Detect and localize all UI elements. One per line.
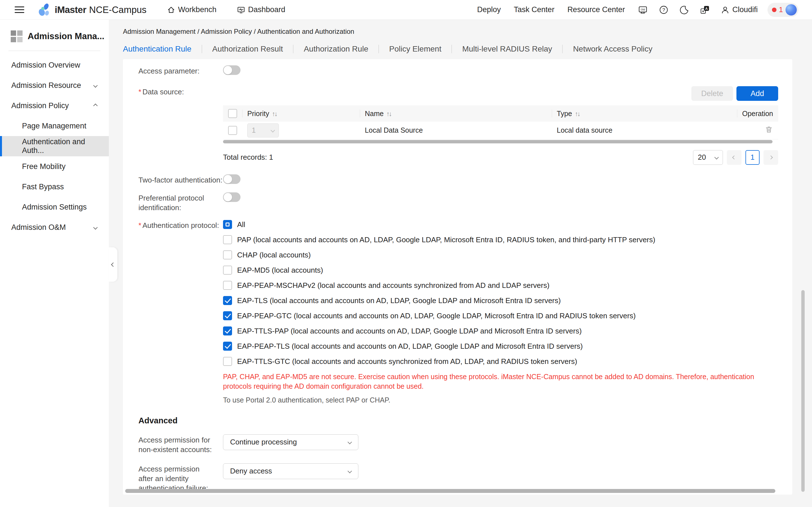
tab-multi-level-radius-relay[interactable]: Multi-level RADIUS Relay xyxy=(452,45,562,54)
notification-pill[interactable]: 1 xyxy=(767,3,799,17)
nav-workbench[interactable]: Workbench xyxy=(167,5,216,14)
protocol-option-eap-peap-gtc[interactable]: EAP-PEAP-GTC (local accounts and account… xyxy=(223,311,778,321)
required-asterisk: * xyxy=(139,88,141,96)
protocol-option-pap[interactable]: PAP (local accounts and accounts on AD, … xyxy=(223,235,778,244)
alarm-count: 1 xyxy=(779,5,783,14)
old-version-icon[interactable]: Old xyxy=(638,5,648,15)
total-records: Total records: 1 xyxy=(223,153,273,162)
tab-authentication-rule[interactable]: Authentication Rule xyxy=(123,45,202,54)
sidebar-item-admission-overview[interactable]: Admission Overview xyxy=(0,55,109,75)
protocol-label: EAP-PEAP-TLS (local accounts and account… xyxy=(237,341,583,351)
sidebar-item-fast-bypass[interactable]: Fast Bypass xyxy=(0,177,109,197)
user-menu[interactable]: Cloudifi xyxy=(721,5,758,14)
nonexistent-accounts-label: Access permission for non-existent accou… xyxy=(139,434,214,454)
checkbox-unchecked-icon[interactable] xyxy=(223,266,232,275)
checkbox-unchecked-icon[interactable] xyxy=(223,281,232,290)
sidebar-collapse-handle[interactable] xyxy=(109,247,117,282)
sort-icon[interactable]: ↑↓ xyxy=(272,110,277,117)
select-all-checkbox[interactable] xyxy=(228,109,237,118)
checkbox-checked-icon[interactable] xyxy=(223,342,232,351)
menu-icon[interactable] xyxy=(15,6,24,13)
protocol-option-eap-ttls-gtc[interactable]: EAP-TTLS-GTC (local accounts and account… xyxy=(223,356,778,366)
avatar[interactable] xyxy=(785,4,797,15)
sidebar-item-admission-settings[interactable]: Admission Settings xyxy=(0,197,109,217)
link-resource-center[interactable]: Resource Center xyxy=(567,5,625,14)
sidebar-nav: Admission OverviewAdmission ResourceAdmi… xyxy=(0,55,109,237)
advanced-row-nonexistent: Access permission for non-existent accou… xyxy=(139,434,778,454)
tab-authorization-result[interactable]: Authorization Result xyxy=(202,45,293,54)
app-switcher-icon[interactable] xyxy=(11,31,22,42)
protocol-label: EAP-PEAP-MSCHAPv2 (local accounts and ac… xyxy=(237,281,550,290)
access-parameter-row: Access parameter: xyxy=(139,65,778,76)
cell-name: Local Data Source xyxy=(360,122,552,139)
topbar-left: iMaster NCE-Campus Workbench Dashboard xyxy=(15,3,285,17)
sort-icon[interactable]: ↑↓ xyxy=(387,110,391,117)
protocol-option-all[interactable]: All xyxy=(223,220,778,229)
protocol-option-chap[interactable]: CHAP (local accounts) xyxy=(223,250,778,260)
checkbox-checked-icon[interactable] xyxy=(223,296,232,305)
link-task-center[interactable]: Task Center xyxy=(514,5,554,14)
auth-failure-label: Access permission after an identity auth… xyxy=(139,463,214,493)
page-size-select[interactable]: 20 xyxy=(693,150,723,165)
tab-authorization-rule[interactable]: Authorization Rule xyxy=(294,45,378,54)
old-version-icon-text: Old xyxy=(641,8,645,11)
page-vertical-scrollbar[interactable] xyxy=(801,290,805,492)
sidebar-item-admission-o-m[interactable]: Admission O&M xyxy=(0,217,109,237)
access-parameter-toggle[interactable] xyxy=(223,65,241,75)
checkbox-unchecked-icon[interactable] xyxy=(223,235,232,244)
protocol-option-eap-tls[interactable]: EAP-TLS (local accounts and accounts on … xyxy=(223,296,778,305)
checkbox-checked-icon[interactable] xyxy=(223,311,232,320)
sort-icon[interactable]: ↑↓ xyxy=(575,110,580,117)
protocol-label: EAP-TTLS-PAP (local accounts and account… xyxy=(237,326,581,336)
column-header-priority[interactable]: Priority↑↓ xyxy=(242,105,360,122)
tab-network-access-policy[interactable]: Network Access Policy xyxy=(563,45,663,54)
protocol-option-eap-peap-mschapv2[interactable]: EAP-PEAP-MSCHAPv2 (local accounts and ac… xyxy=(223,281,778,290)
advanced-heading: Advanced xyxy=(139,416,778,425)
help-icon[interactable]: ? xyxy=(659,5,669,15)
checkbox-unchecked-icon[interactable] xyxy=(223,357,232,366)
current-page-button[interactable]: 1 xyxy=(746,150,760,165)
data-source-actions: Delete Add xyxy=(223,86,778,101)
sidebar-item-free-mobility[interactable]: Free Mobility xyxy=(0,156,109,177)
checkbox-unchecked-icon[interactable] xyxy=(223,250,232,260)
tab-policy-element[interactable]: Policy Element xyxy=(379,45,451,54)
row-checkbox[interactable] xyxy=(228,126,237,135)
column-header-name[interactable]: Name↑↓ xyxy=(360,105,552,122)
delete-button[interactable]: Delete xyxy=(691,86,733,101)
topbar: iMaster NCE-Campus Workbench Dashboard D… xyxy=(0,0,812,20)
brand-product: NCE-Campus xyxy=(89,4,147,15)
prev-page-button[interactable] xyxy=(727,150,742,165)
nav-dashboard[interactable]: Dashboard xyxy=(237,5,285,14)
card-horizontal-scrollbar[interactable] xyxy=(125,489,775,493)
sidebar-item-admission-policy[interactable]: Admission Policy xyxy=(0,96,109,116)
tab-bar: Authentication RuleAuthorization ResultA… xyxy=(109,36,812,53)
delete-row-icon[interactable] xyxy=(765,125,773,134)
table-horizontal-scrollbar[interactable] xyxy=(223,140,778,144)
language-icon[interactable]: A xyxy=(700,5,710,15)
auth-protocol-row: *Authentication protocol: AllPAP (local … xyxy=(139,220,778,404)
checkbox-indeterminate-icon[interactable] xyxy=(223,220,232,229)
dark-mode-icon[interactable] xyxy=(679,5,689,15)
priority-select[interactable]: 1 xyxy=(247,123,279,137)
column-header-type[interactable]: Type↑↓ xyxy=(552,105,737,122)
link-deploy[interactable]: Deploy xyxy=(477,5,501,14)
auth-failure-select[interactable]: Deny access xyxy=(223,463,358,479)
table-header-row: Priority↑↓ Name↑↓ Type↑↓ Operation xyxy=(223,105,778,122)
sidebar-header: Admission Mana... xyxy=(0,20,109,51)
two-factor-toggle[interactable] xyxy=(223,174,241,184)
sidebar-item-authentication-and-auth[interactable]: Authentication and Auth... xyxy=(0,136,109,156)
protocol-option-eap-peap-tls[interactable]: EAP-PEAP-TLS (local accounts and account… xyxy=(223,341,778,351)
preferential-toggle[interactable] xyxy=(223,192,241,202)
add-button[interactable]: Add xyxy=(737,86,778,101)
checkbox-checked-icon[interactable] xyxy=(223,327,232,335)
app-logo-icon[interactable] xyxy=(37,3,51,17)
sidebar-item-label: Fast Bypass xyxy=(22,182,64,191)
sidebar-item-admission-resource[interactable]: Admission Resource xyxy=(0,75,109,96)
sidebar-item-label: Admission Policy xyxy=(11,101,69,110)
protocol-option-eap-ttls-pap[interactable]: EAP-TTLS-PAP (local accounts and account… xyxy=(223,326,778,336)
protocol-option-eap-md5[interactable]: EAP-MD5 (local accounts) xyxy=(223,265,778,275)
sidebar-item-page-management[interactable]: Page Management xyxy=(0,116,109,136)
chevron-down-icon xyxy=(271,128,275,133)
nonexistent-accounts-select[interactable]: Continue processing xyxy=(223,434,358,450)
next-page-button[interactable] xyxy=(763,150,778,165)
